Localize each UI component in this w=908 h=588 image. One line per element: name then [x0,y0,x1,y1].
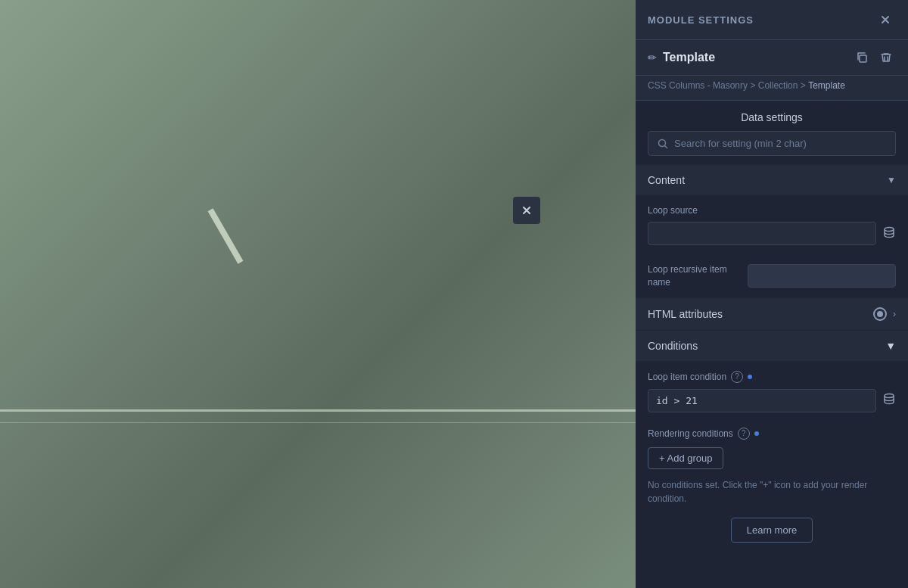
breadcrumb: CSS Columns - Masonry > Collection > Tem… [636,76,908,101]
search-input[interactable] [674,138,886,149]
loop-recursive-field-group: Loop recursive item name [636,254,908,298]
db-icon-svg-2 [882,392,896,406]
conditions-chevron-down-icon: ▼ [885,340,896,352]
panel-title: MODULE SETTINGS [648,14,754,26]
template-row-title: Template [663,51,715,64]
html-attributes-row[interactable]: HTML attributes › [636,298,908,330]
close-icon [521,204,533,216]
template-row-left: ✏ Template [648,51,715,64]
loop-recursive-label: Loop recursive item name [648,263,739,289]
breadcrumb-item-1: CSS Columns - Masonry [648,80,748,91]
content-chevron-down-icon: ▼ [887,175,896,185]
svg-point-3 [885,394,894,398]
chevron-right-icon: › [893,309,896,319]
html-attributes-icons: › [873,307,896,321]
road-stripe-decoration [208,208,244,263]
loop-source-input[interactable] [648,222,876,245]
search-icon [658,138,668,149]
template-row: ✏ Template [636,40,908,76]
rendering-conditions-label: Rendering conditions [648,428,733,439]
panel-close-button[interactable] [875,9,896,30]
breadcrumb-separator-1: > [750,80,757,91]
loop-source-input-row [648,222,896,245]
loop-item-condition-label: Loop item condition [648,372,726,382]
loop-source-label: Loop source [648,205,896,216]
add-group-label: + Add group [659,453,712,464]
settings-panel: MODULE SETTINGS ✏ Template [636,0,908,588]
breadcrumb-separator-2: > [801,80,808,91]
radio-icon [873,307,887,321]
canvas-background [0,0,636,588]
copy-button[interactable] [852,48,872,67]
radio-inner [877,311,883,317]
breadcrumb-item-3: Template [808,80,845,91]
content-section-label: Content [648,174,685,186]
loop-item-condition-input[interactable] [648,389,876,412]
loop-item-condition-help-icon[interactable]: ? [731,371,743,383]
loop-source-field-group: Loop source [636,196,908,254]
db-icon-svg [882,226,896,239]
content-section-header[interactable]: Content ▼ [636,165,908,195]
loop-recursive-input[interactable] [748,264,896,288]
rendering-conditions-help-icon[interactable]: ? [738,428,750,440]
canvas-area [0,0,636,588]
panel-header-actions [875,9,896,30]
close-icon [879,14,891,26]
loop-item-condition-dot [748,375,752,379]
conditions-label: Conditions [648,340,698,352]
database-icon[interactable] [882,226,896,242]
rendering-label-row: Rendering conditions ? [648,428,896,440]
learn-more-label: Learn more [747,524,797,536]
delete-button[interactable] [876,48,896,67]
search-bar [648,131,896,156]
learn-more-button[interactable]: Learn more [731,518,813,543]
canvas-close-button[interactable] [513,197,540,224]
template-row-icons [852,48,896,67]
loop-item-condition-group: Loop item condition ? [636,362,908,418]
conditions-section-header[interactable]: Conditions ▼ [636,331,908,361]
svg-rect-0 [860,55,866,62]
html-attributes-label: HTML attributes [648,308,723,320]
svg-point-2 [885,227,894,231]
breadcrumb-item-2: Collection [758,80,798,91]
panel-header: MODULE SETTINGS [636,0,908,40]
no-conditions-text: No conditions set. Click the "+" icon to… [648,478,896,506]
copy-icon [856,51,868,64]
trash-icon [880,51,892,64]
data-settings-title: Data settings [636,101,908,131]
panel-body[interactable]: Data settings Content ▼ Loop source [636,101,908,588]
rendering-conditions-dot [754,431,759,436]
condition-database-icon[interactable] [882,392,896,409]
add-group-button[interactable]: + Add group [648,447,723,469]
loop-item-condition-input-row [648,389,896,412]
loop-item-condition-label-row: Loop item condition ? [648,371,896,383]
pencil-icon: ✏ [648,51,657,64]
rendering-conditions-section: Rendering conditions ? + Add group No co… [636,418,908,552]
